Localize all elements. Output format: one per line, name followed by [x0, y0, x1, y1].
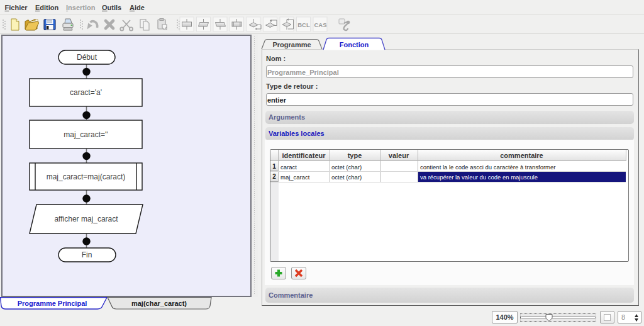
svg-text:Fin: Fin — [82, 250, 92, 259]
svg-text:CAS: CAS — [314, 21, 326, 28]
svg-text:maj_caract=maj(caract): maj_caract=maj(caract) — [47, 172, 126, 181]
svg-text:afficher maj_caract: afficher maj_caract — [54, 215, 118, 223]
svg-text:Programme Principal: Programme Principal — [18, 300, 87, 307]
svg-text:Début: Début — [77, 53, 97, 62]
svg-text:maj_caract='': maj_caract='' — [64, 130, 108, 139]
svg-text:BCL: BCL — [297, 21, 310, 28]
svg-text:caract='a': caract='a' — [70, 88, 102, 97]
svg-text:Fonction: Fonction — [340, 41, 369, 48]
svg-text:Programme: Programme — [272, 41, 311, 48]
svg-text:maj(char_caract): maj(char_caract) — [131, 300, 187, 307]
